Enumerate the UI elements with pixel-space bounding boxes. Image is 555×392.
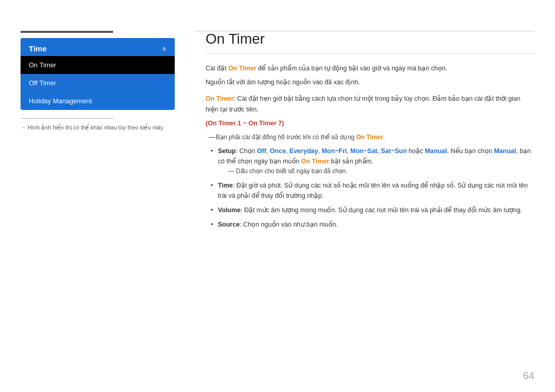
time-label: Time xyxy=(218,182,233,189)
manual-option: Manual xyxy=(425,147,447,155)
monfri-option: Mon~Fri xyxy=(322,147,347,155)
manual-option-2: Manual xyxy=(494,147,516,155)
sidebar: Time ∧ On Timer Off Timer Holiday Manage… xyxy=(21,31,175,132)
sidebar-item-off-timer[interactable]: Off Timer xyxy=(21,74,175,92)
sidebar-title: Time xyxy=(29,44,47,53)
sidebar-header: Time ∧ xyxy=(21,38,175,56)
bullet-source: Source: Chọn nguồn vào như bạn muốn. xyxy=(211,219,534,230)
off-option: Off xyxy=(257,147,266,155)
bullet-time: Time: Đặt giờ và phút. Sử dụng các nút s… xyxy=(211,180,534,201)
setup-label: Setup xyxy=(218,147,236,155)
page-number: 64 xyxy=(523,370,534,382)
on-timer-inline: On Timer xyxy=(356,134,383,141)
source-label: Source xyxy=(218,221,239,228)
sidebar-menu: Time ∧ On Timer Off Timer Holiday Manage… xyxy=(21,38,175,110)
chevron-up-icon: ∧ xyxy=(162,45,166,52)
on-timer-desc-line: On Timer: Cài đặt hẹn giờ bật bằng cách … xyxy=(206,94,534,116)
sub-note-clock: Bạn phải cài đặt đồng hồ trước khi có th… xyxy=(206,132,534,142)
main-content: On Timer Cài đặt On Timer để sản phẩm củ… xyxy=(206,31,534,234)
volume-label: Volume xyxy=(218,207,240,214)
bullet-volume: Volume: Đặt mức âm lượng mong muốn. Sử d… xyxy=(211,205,534,215)
sidebar-divider xyxy=(21,118,113,119)
monsat-option: Mon~Sat xyxy=(350,147,377,155)
on-timer-label: On Timer xyxy=(206,95,234,102)
on-timer-highlight-1: On Timer xyxy=(228,65,256,72)
sidebar-note: － Hình ảnh hiển thị có thể khác nhau tùy… xyxy=(21,124,175,132)
everyday-option: Everyday xyxy=(289,147,318,155)
sub-timer-label: (On Timer 1 ~ On Timer 7) xyxy=(206,118,534,129)
intro-2: Nguồn tắt với âm lượng hoặc nguồn vào đã… xyxy=(206,77,534,88)
once-option: Once xyxy=(270,147,286,155)
intro-1: Cài đặt On Timer để sản phẩm của bạn tự … xyxy=(206,63,534,74)
sidebar-top-bar xyxy=(21,31,113,33)
content-body: Cài đặt On Timer để sản phẩm của bạn tự … xyxy=(206,63,534,230)
satsun-option: Sat~Sun xyxy=(381,147,406,155)
on-timer-desc: : Cài đặt hẹn giờ bật bằng cách lựa chọn… xyxy=(206,95,521,113)
bullet-setup: Setup: Chọn Off, Once, Everyday, Mon~Fri… xyxy=(211,146,534,176)
sub-timer-highlight: (On Timer 1 ~ On Timer 7) xyxy=(206,120,284,127)
indent-note-days: ― Dấu chọn cho biết số ngày bạn đã chọn. xyxy=(218,166,534,176)
bullet-list: Setup: Chọn Off, Once, Everyday, Mon~Fri… xyxy=(211,146,534,230)
sidebar-item-on-timer[interactable]: On Timer xyxy=(21,56,175,74)
on-timer-inline-2: On Timer xyxy=(301,158,329,165)
page-title: On Timer xyxy=(206,31,534,54)
sidebar-item-holiday-management[interactable]: Holiday Management xyxy=(21,92,175,110)
